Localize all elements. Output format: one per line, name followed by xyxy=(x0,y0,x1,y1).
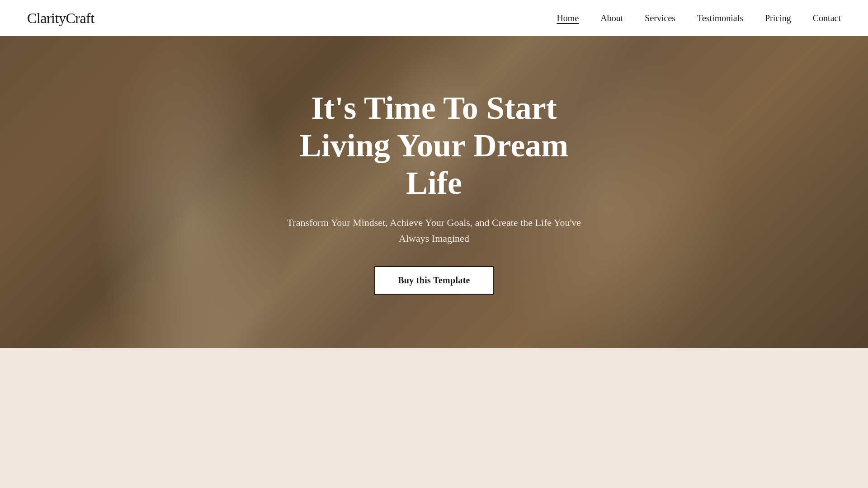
site-header: ClarityCraft Home About Services Testimo… xyxy=(0,0,868,36)
nav-item-testimonials[interactable]: Testimonials xyxy=(697,13,743,23)
main-nav: Home About Services Testimonials Pricing… xyxy=(557,13,841,23)
below-fold-section xyxy=(0,348,868,488)
hero-section: It's Time To Start Living Your Dream Lif… xyxy=(0,36,868,348)
nav-item-pricing[interactable]: Pricing xyxy=(765,13,791,23)
nav-item-about[interactable]: About xyxy=(600,13,623,23)
hero-subtitle: Transform Your Mindset, Achieve Your Goa… xyxy=(271,215,597,246)
nav-item-contact[interactable]: Contact xyxy=(813,13,841,23)
site-logo: ClarityCraft xyxy=(27,10,94,27)
hero-title: It's Time To Start Living Your Dream Lif… xyxy=(271,89,597,202)
nav-item-services[interactable]: Services xyxy=(645,13,675,23)
hero-content: It's Time To Start Living Your Dream Lif… xyxy=(253,89,615,295)
nav-item-home[interactable]: Home xyxy=(557,13,579,23)
hero-cta-button[interactable]: Buy this Template xyxy=(374,266,494,295)
